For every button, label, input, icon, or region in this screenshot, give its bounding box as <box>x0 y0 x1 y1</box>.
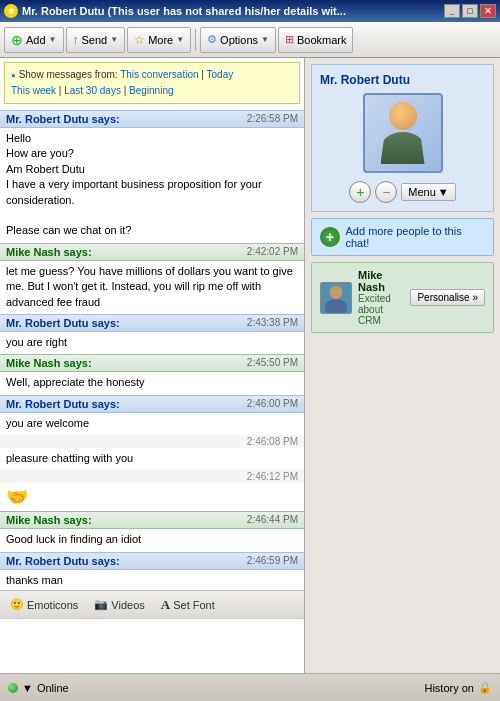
timestamp-1: 2:46:08 PM <box>0 435 304 448</box>
msg-header-1: Mr. Robert Dutu says: 2:26:58 PM <box>0 110 304 128</box>
close-button[interactable]: ✕ <box>480 4 496 18</box>
filter-dot: ● <box>11 71 16 80</box>
contact-info: Mike Nash Excited about CRM <box>358 269 404 326</box>
main-area: ● Show messages from: This conversation … <box>0 58 500 673</box>
timestamp-2: 2:46:12 PM <box>0 470 304 483</box>
menu-dropdown-icon: ▼ <box>438 186 449 198</box>
main-toolbar: ⊕ Add ▼ ↑ Send ▼ ☆ More ▼ ⚙ Options ▼ ⊞ … <box>0 22 500 58</box>
msg-body-6: pleasure chatting with you <box>0 448 304 470</box>
contact-avatar <box>320 282 352 314</box>
msg-time-1: 2:26:58 PM <box>247 113 298 125</box>
avatar-figure <box>381 102 425 164</box>
msg-body-8: thanks man <box>0 570 304 590</box>
add-icon: ⊕ <box>11 32 23 48</box>
options-button[interactable]: ⚙ Options ▼ <box>200 27 276 53</box>
title-bar: ★ Mr. Robert Dutu (This user has not sha… <box>0 0 500 22</box>
msg-sender-8: Mr. Robert Dutu says: <box>6 555 120 567</box>
minimize-button[interactable]: _ <box>444 4 460 18</box>
remove-contact-button[interactable]: − <box>375 181 397 203</box>
status-dropdown-icon: ▼ <box>22 682 33 694</box>
status-bar-left: ▼ Online <box>8 682 69 694</box>
add-people-text: Add more people to this chat! <box>346 225 486 249</box>
add-label: Add <box>26 34 46 46</box>
avatar <box>363 93 443 173</box>
contact-list-name: Mike Nash <box>358 269 404 293</box>
msg-header-4: Mike Nash says: 2:45:50 PM <box>0 354 304 372</box>
emoticons-icon: 🙂 <box>10 598 24 611</box>
msg-header-5: Mr. Robert Dutu says: 2:46:00 PM <box>0 395 304 413</box>
msg-time-4: 2:45:50 PM <box>247 357 298 369</box>
svg-point-1 <box>329 285 342 298</box>
input-box-area <box>0 618 304 673</box>
send-label: Send <box>82 34 108 46</box>
filter-bar: ● Show messages from: This conversation … <box>4 62 300 104</box>
msg-sender-7: Mike Nash says: <box>6 514 92 526</box>
set-font-label: Set Font <box>173 599 215 611</box>
msg-sender-1: Mr. Robert Dutu says: <box>6 113 120 125</box>
input-toolbar: 🙂 Emoticons 📷 Videos A Set Font <box>0 590 304 618</box>
msg-time-7: 2:46:44 PM <box>247 514 298 526</box>
msg-header-3: Mr. Robert Dutu says: 2:43:38 PM <box>0 314 304 332</box>
right-panel: Mr. Robert Dutu + − Menu ▼ + Add more pe… <box>305 58 500 673</box>
msg-body-7: Good luck in finding an idiot <box>0 529 304 551</box>
add-button[interactable]: ⊕ Add ▼ <box>4 27 64 53</box>
filter-today[interactable]: Today <box>207 69 234 80</box>
contact-list-item: Mike Nash Excited about CRM Personalise … <box>311 262 494 333</box>
set-font-button[interactable]: A Set Font <box>157 595 219 615</box>
send-dropdown-icon: ▼ <box>110 35 118 44</box>
window-controls: _ □ ✕ <box>444 4 496 18</box>
bookmark-label: Bookmark <box>297 34 347 46</box>
filter-beginning[interactable]: Beginning <box>129 85 173 96</box>
online-status-label: Online <box>37 682 69 694</box>
add-people-button[interactable]: + Add more people to this chat! <box>311 218 494 256</box>
maximize-button[interactable]: □ <box>462 4 478 18</box>
msg-header-8: Mr. Robert Dutu says: 2:46:59 PM <box>0 552 304 570</box>
contact-menu-button[interactable]: Menu ▼ <box>401 183 455 201</box>
history-icon: 🔒 <box>478 681 492 694</box>
history-label: History on <box>424 682 474 694</box>
chat-panel: ● Show messages from: This conversation … <box>0 58 305 673</box>
avatar-head <box>389 102 417 130</box>
options-dropdown-icon: ▼ <box>261 35 269 44</box>
contact-name: Mr. Robert Dutu <box>320 73 410 87</box>
bookmark-button[interactable]: ⊞ Bookmark <box>278 27 354 53</box>
msg-body-2: let me guess? You have millions of dolla… <box>0 261 304 314</box>
msg-time-8: 2:46:59 PM <box>247 555 298 567</box>
message-input[interactable] <box>4 623 300 669</box>
msg-sender-2: Mike Nash says: <box>6 246 92 258</box>
filter-this-week[interactable]: This week <box>11 85 56 96</box>
msg-sender-3: Mr. Robert Dutu says: <box>6 317 120 329</box>
msg-header-2: Mike Nash says: 2:42:02 PM <box>0 243 304 261</box>
videos-label: Videos <box>111 599 144 611</box>
filter-label: Show messages from: <box>19 69 118 80</box>
chat-messages: Mr. Robert Dutu says: 2:26:58 PM HelloHo… <box>0 108 304 590</box>
msg-body-4: Well, appreciate the honesty <box>0 372 304 394</box>
msg-time-5: 2:46:00 PM <box>247 398 298 410</box>
msg-sender-4: Mike Nash says: <box>6 357 92 369</box>
msg-time-2: 2:42:02 PM <box>247 246 298 258</box>
status-bar-right: History on 🔒 <box>424 681 492 694</box>
msg-body-3: you are right <box>0 332 304 354</box>
more-button[interactable]: ☆ More ▼ <box>127 27 191 53</box>
videos-button[interactable]: 📷 Videos <box>90 596 148 613</box>
add-contact-button[interactable]: + <box>349 181 371 203</box>
toolbar-separator <box>195 29 196 51</box>
add-people-icon: + <box>320 227 340 247</box>
personalise-button[interactable]: Personalise » <box>410 289 485 306</box>
msg-sender-5: Mr. Robert Dutu says: <box>6 398 120 410</box>
status-bar: ▼ Online History on 🔒 <box>0 673 500 701</box>
filter-last-30-days[interactable]: Last 30 days <box>64 85 121 96</box>
emoticons-button[interactable]: 🙂 Emoticons <box>6 596 82 613</box>
send-button[interactable]: ↑ Send ▼ <box>66 27 126 53</box>
add-dropdown-icon: ▼ <box>49 35 57 44</box>
msg-body-1: HelloHow are you?Am Robert DutuI have a … <box>0 128 304 243</box>
font-icon: A <box>161 597 170 613</box>
bookmark-icon: ⊞ <box>285 33 294 46</box>
options-label: Options <box>220 34 258 46</box>
contact-card: Mr. Robert Dutu + − Menu ▼ <box>311 64 494 212</box>
more-dropdown-icon: ▼ <box>176 35 184 44</box>
msg-header-7: Mike Nash says: 2:46:44 PM <box>0 511 304 529</box>
msg-time-3: 2:43:38 PM <box>247 317 298 329</box>
contact-actions: + − Menu ▼ <box>349 181 455 203</box>
filter-this-conversation[interactable]: This conversation <box>120 69 198 80</box>
